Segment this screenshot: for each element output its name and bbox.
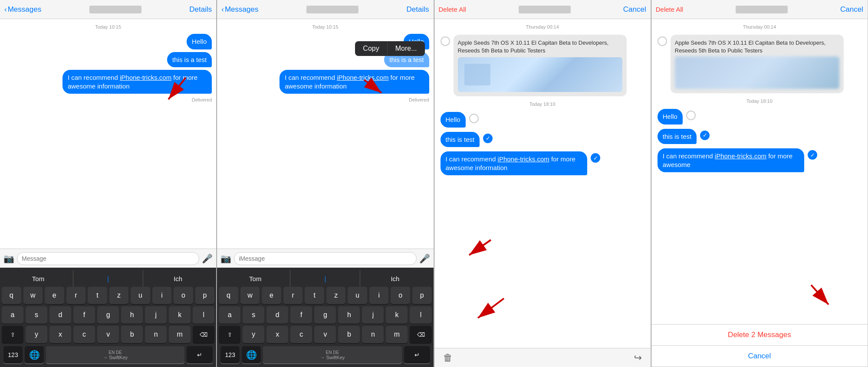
key-e-1[interactable]: e xyxy=(45,287,64,304)
key-l-1[interactable]: l xyxy=(193,306,214,324)
mic-icon-1[interactable]: 🎤 xyxy=(202,253,213,264)
key-g-1[interactable]: g xyxy=(97,306,119,324)
key-h-1[interactable]: h xyxy=(121,306,143,324)
news-circle-3[interactable] xyxy=(441,36,450,46)
key-t-2[interactable]: t xyxy=(305,287,324,304)
delete-all-button-3[interactable]: Delete All xyxy=(439,6,466,13)
autocomplete-ich-2[interactable]: Ich xyxy=(360,270,430,287)
link-circle-4[interactable]: ✓ xyxy=(808,150,817,160)
copy-button[interactable]: Copy xyxy=(355,41,387,56)
key-s-1[interactable]: s xyxy=(26,306,47,324)
key-t-1[interactable]: t xyxy=(88,287,107,304)
back-button-1[interactable]: ‹ Messages xyxy=(4,5,41,14)
key-shift-2[interactable]: ⇧ xyxy=(219,326,240,343)
camera-icon-2[interactable]: 📷 xyxy=(220,253,231,264)
key-o-2[interactable]: o xyxy=(391,287,410,304)
delete-all-button-4[interactable]: Delete All xyxy=(656,6,683,13)
key-b-2[interactable]: b xyxy=(338,326,360,343)
key-backspace-2[interactable]: ⌫ xyxy=(410,326,431,343)
key-f-1[interactable]: f xyxy=(73,306,95,324)
key-space-1[interactable]: EN DE → SwiftKey xyxy=(46,346,184,364)
back-button-2[interactable]: ‹ Messages xyxy=(221,5,258,14)
key-return-1[interactable]: ↵ xyxy=(187,346,213,364)
key-backspace-1[interactable]: ⌫ xyxy=(193,326,214,343)
hello-circle-3[interactable] xyxy=(469,114,479,123)
confirm-cancel-button[interactable]: Cancel xyxy=(651,346,868,367)
trash-icon-3[interactable]: 🗑 xyxy=(443,352,453,364)
mic-icon-2[interactable]: 🎤 xyxy=(419,253,430,264)
key-g-2[interactable]: g xyxy=(314,306,336,324)
key-u-1[interactable]: u xyxy=(131,287,150,304)
key-s-2[interactable]: s xyxy=(243,306,264,324)
key-q-1[interactable]: q xyxy=(2,287,21,304)
key-j-1[interactable]: j xyxy=(145,306,167,324)
news-circle-4[interactable] xyxy=(658,36,667,46)
key-b-1[interactable]: b xyxy=(121,326,143,343)
key-p-2[interactable]: p xyxy=(412,287,432,304)
key-d-1[interactable]: d xyxy=(49,306,71,324)
autocomplete-tom-1[interactable]: Tom xyxy=(3,270,73,287)
test-circle-4[interactable]: ✓ xyxy=(700,131,710,140)
key-p-1[interactable]: p xyxy=(195,287,215,304)
delete-messages-button[interactable]: Delete 2 Messages xyxy=(651,324,868,346)
key-emoji-2[interactable]: 🌐 xyxy=(242,346,261,364)
key-c-1[interactable]: c xyxy=(73,326,95,343)
key-m-1[interactable]: m xyxy=(169,326,191,343)
test-circle-3[interactable]: ✓ xyxy=(483,134,493,143)
key-z-2[interactable]: z xyxy=(326,287,346,304)
key-m-2[interactable]: m xyxy=(386,326,408,343)
camera-icon-1[interactable]: 📷 xyxy=(3,253,14,264)
key-v-2[interactable]: v xyxy=(314,326,336,343)
key-e-2[interactable]: e xyxy=(262,287,281,304)
key-n-1[interactable]: n xyxy=(145,326,167,343)
key-x-2[interactable]: x xyxy=(266,326,288,343)
details-button-2[interactable]: Details xyxy=(407,5,429,14)
key-i-2[interactable]: i xyxy=(369,287,389,304)
key-y-2[interactable]: y xyxy=(243,326,264,343)
hello-circle-4[interactable] xyxy=(686,111,696,120)
key-x-1[interactable]: x xyxy=(49,326,71,343)
key-shift-1[interactable]: ⇧ xyxy=(2,326,23,343)
key-h-2[interactable]: h xyxy=(338,306,360,324)
link-3[interactable]: iPhone-tricks.com xyxy=(498,155,549,163)
key-r-2[interactable]: r xyxy=(283,287,303,304)
more-button[interactable]: More... xyxy=(388,41,425,56)
message-input-1[interactable] xyxy=(17,252,199,265)
key-r-1[interactable]: r xyxy=(66,287,86,304)
message-input-2[interactable] xyxy=(234,252,416,265)
key-a-1[interactable]: a xyxy=(2,306,23,324)
key-u-2[interactable]: u xyxy=(348,287,367,304)
link-circle-3[interactable]: ✓ xyxy=(591,153,600,163)
key-space-2[interactable]: EN DE → SwiftKey xyxy=(263,346,401,364)
key-k-1[interactable]: k xyxy=(169,306,191,324)
key-num-2[interactable]: 123 xyxy=(220,346,240,364)
cancel-button-4[interactable]: Cancel xyxy=(840,5,863,14)
bubble-hello-1: Hello xyxy=(187,34,212,49)
key-l-2[interactable]: l xyxy=(410,306,431,324)
key-k-2[interactable]: k xyxy=(386,306,408,324)
key-z-1[interactable]: z xyxy=(109,287,129,304)
key-y-1[interactable]: y xyxy=(26,326,47,343)
key-j-2[interactable]: j xyxy=(362,306,384,324)
key-w-2[interactable]: w xyxy=(240,287,260,304)
key-return-2[interactable]: ↵ xyxy=(404,346,430,364)
key-i-1[interactable]: i xyxy=(152,287,172,304)
bubble-test-1: this is a test xyxy=(167,52,212,68)
key-emoji-1[interactable]: 🌐 xyxy=(25,346,44,364)
key-q-2[interactable]: q xyxy=(219,287,238,304)
cancel-button-3[interactable]: Cancel xyxy=(623,5,646,14)
key-d-2[interactable]: d xyxy=(266,306,288,324)
key-o-1[interactable]: o xyxy=(174,287,193,304)
autocomplete-ich-1[interactable]: Ich xyxy=(143,270,213,287)
key-v-1[interactable]: v xyxy=(97,326,119,343)
forward-icon-3[interactable]: ↩ xyxy=(634,352,642,364)
autocomplete-tom-2[interactable]: Tom xyxy=(220,270,290,287)
key-n-2[interactable]: n xyxy=(362,326,384,343)
details-button-1[interactable]: Details xyxy=(189,5,212,14)
key-c-2[interactable]: c xyxy=(290,326,312,343)
key-w-1[interactable]: w xyxy=(23,287,43,304)
key-num-1[interactable]: 123 xyxy=(3,346,23,364)
key-f-2[interactable]: f xyxy=(290,306,312,324)
link-4[interactable]: iPhone-tricks.com xyxy=(715,152,766,160)
key-a-2[interactable]: a xyxy=(219,306,240,324)
